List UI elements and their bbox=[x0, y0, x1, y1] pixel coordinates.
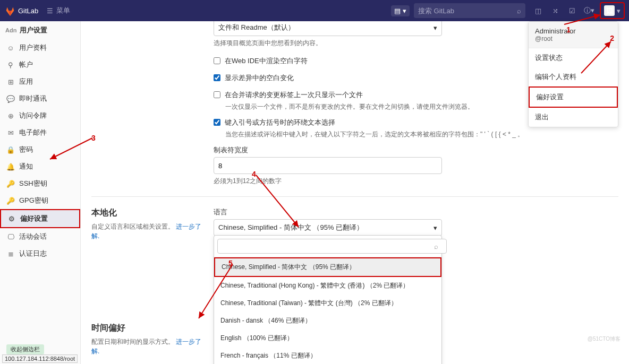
mail-icon: ✉ bbox=[6, 128, 15, 137]
lock-icon: 🔒 bbox=[6, 145, 15, 154]
gitlab-icon bbox=[4, 5, 16, 16]
lang-option-fr[interactable]: French - français （11% 已翻译） bbox=[214, 347, 441, 364]
chevron-down-icon: ▾ bbox=[434, 224, 437, 232]
menu-sign-out[interactable]: 退出 bbox=[529, 108, 618, 127]
sidebar-notifications[interactable]: 🔔通知 bbox=[0, 158, 80, 175]
sidebar-emails[interactable]: ✉电子邮件 bbox=[0, 124, 80, 141]
menu-preferences[interactable]: 偏好设置 bbox=[529, 86, 618, 108]
lang-option-da[interactable]: Danish - dansk （46% 已翻译） bbox=[214, 312, 441, 330]
language-dropdown[interactable]: Chinese, Simplified - 简体中文 （95% 已翻译） ▾ bbox=[214, 219, 442, 236]
sidebar-gpg[interactable]: 🔑GPG密钥 bbox=[0, 192, 80, 209]
chevron-down-icon: ▾ bbox=[403, 7, 406, 15]
sidebar-sessions[interactable]: 🖵活动会话 bbox=[0, 228, 80, 245]
settings-sidebar: Adn 用户设置 ☺用户资料 ⚲帐户 ⊞应用 💬即时通讯 ⊕访问令牌 ✉电子邮件… bbox=[0, 21, 81, 364]
sidebar-heading: Adn 用户设置 bbox=[0, 21, 80, 39]
overview-dropdown[interactable]: 文件和 Readme（默认） ▾ bbox=[214, 21, 442, 36]
status-url: 100.127.184.112:8848/root bbox=[2, 354, 78, 363]
hamburger-icon: ☰ bbox=[47, 7, 53, 15]
sidebar-tokens[interactable]: ⊕访问令牌 bbox=[0, 107, 80, 124]
search-input[interactable] bbox=[418, 7, 517, 15]
user-avatar-button[interactable]: 🖼 ▾ bbox=[600, 2, 625, 19]
search-icon: ⌕ bbox=[434, 242, 438, 250]
sidebar-profile[interactable]: ☺用户资料 bbox=[0, 39, 80, 56]
language-label: 语言 bbox=[214, 207, 442, 217]
menu-set-status[interactable]: 设置状态 bbox=[529, 48, 618, 67]
tab-width-input[interactable] bbox=[214, 157, 442, 174]
watermark: @51CTO博客 bbox=[588, 335, 620, 343]
help-icon[interactable]: ⓘ▾ bbox=[581, 2, 598, 19]
main-menu-button[interactable]: ☰ 菜单 bbox=[47, 6, 70, 15]
sidebar-ssh[interactable]: 🔑SSH密钥 bbox=[0, 175, 80, 192]
merge-requests-icon[interactable]: ⤭ bbox=[547, 2, 564, 19]
todos-icon[interactable]: ☑ bbox=[564, 2, 581, 19]
account-icon: ⚲ bbox=[6, 60, 15, 69]
language-dropdown-menu: ⌕ Chinese, Simplified - 简体中文 （95% 已翻译） C… bbox=[214, 235, 442, 364]
chat-icon: 💬 bbox=[6, 94, 15, 103]
key-icon: 🔑 bbox=[6, 179, 15, 188]
sidebar-preferences[interactable]: ⚙偏好设置 bbox=[0, 209, 80, 228]
sidebar-apps[interactable]: ⊞应用 bbox=[0, 73, 80, 90]
gitlab-logo[interactable]: GitLab bbox=[4, 5, 38, 16]
apps-icon: ⊞ bbox=[6, 77, 15, 86]
tab-width-label: 制表符宽度 bbox=[214, 145, 618, 155]
session-icon: 🖵 bbox=[6, 232, 15, 241]
search-icon: ⌕ bbox=[517, 7, 521, 15]
sidebar-account[interactable]: ⚲帐户 bbox=[0, 56, 80, 73]
plus-icon: ▤ bbox=[394, 7, 401, 15]
person-icon: ☺ bbox=[6, 44, 15, 52]
create-new-button[interactable]: ▤ ▾ bbox=[391, 5, 410, 16]
collapse-sidebar-button[interactable]: 收起侧边栏 bbox=[6, 344, 44, 354]
chevron-down-icon: ▾ bbox=[617, 7, 620, 15]
sidebar-password[interactable]: 🔒密码 bbox=[0, 141, 80, 158]
lang-option-zh-cn[interactable]: Chinese, Simplified - 简体中文 （95% 已翻译） bbox=[214, 257, 441, 277]
user-menu: Administrator @root 设置状态 编辑个人资料 偏好设置 退出 bbox=[528, 21, 618, 127]
bell-icon: 🔔 bbox=[6, 162, 15, 171]
log-icon: ≣ bbox=[6, 249, 15, 258]
user-menu-header: Administrator @root bbox=[529, 22, 618, 48]
chevron-down-icon: ▾ bbox=[434, 24, 437, 32]
brand-text: GitLab bbox=[18, 7, 38, 15]
lang-option-zh-hk[interactable]: Chinese, Traditional (Hong Kong) - 繁體中文 … bbox=[214, 277, 441, 294]
issues-icon[interactable]: ◫ bbox=[530, 2, 547, 19]
localization-title: 本地化 bbox=[91, 207, 205, 219]
key-icon: 🔑 bbox=[6, 196, 15, 205]
token-icon: ⊕ bbox=[6, 111, 15, 120]
pref-icon: ⚙ bbox=[7, 214, 16, 223]
topbar: GitLab ☰ 菜单 ▤ ▾ ⌕ ◫ ⤭ ☑ ⓘ▾ 🖼 ▾ bbox=[0, 0, 629, 21]
sidebar-auth-log[interactable]: ≣认证日志 bbox=[0, 245, 80, 262]
lang-option-en[interactable]: English （100% 已翻译） bbox=[214, 330, 441, 347]
menu-edit-profile[interactable]: 编辑个人资料 bbox=[529, 67, 618, 86]
global-search[interactable]: ⌕ bbox=[414, 3, 525, 18]
language-search-input[interactable] bbox=[217, 239, 447, 254]
time-pref-title: 时间偏好 bbox=[91, 323, 205, 334]
avatar-icon: 🖼 bbox=[604, 5, 615, 16]
sidebar-chat[interactable]: 💬即时通讯 bbox=[0, 90, 80, 107]
avatar-small-icon: Adn bbox=[5, 27, 16, 33]
lang-option-zh-tw[interactable]: Chinese, Traditional (Taiwan) - 繁體中文 (台灣… bbox=[214, 294, 441, 312]
